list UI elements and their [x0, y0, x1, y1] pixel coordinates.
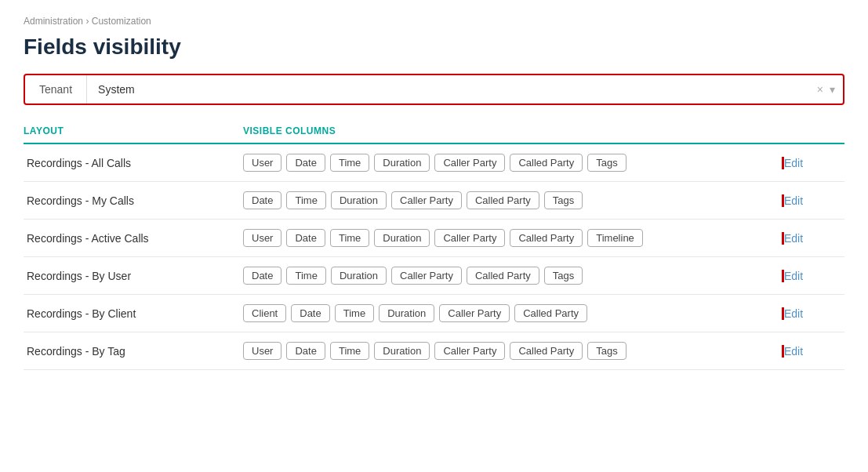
table-row: Recordings - My CallsDateTimeDurationCal…	[24, 182, 844, 220]
tenant-tab[interactable]: Tenant	[25, 75, 87, 103]
column-badge: Called Party	[510, 229, 583, 247]
table-row: Recordings - By UserDateTimeDurationCall…	[24, 257, 844, 295]
columns-area: UserDateTimeDurationCaller PartyCalled P…	[243, 229, 782, 247]
edit-col: Edit	[782, 307, 844, 320]
column-badge: Tags	[587, 154, 626, 172]
column-badge: Time	[330, 342, 369, 360]
column-badge: Duration	[379, 304, 434, 322]
breadcrumb-separator: ›	[85, 16, 91, 27]
edit-col: Edit	[782, 232, 844, 245]
column-badge: Caller Party	[434, 342, 505, 360]
column-badge: Duration	[374, 229, 430, 247]
header-actions	[782, 125, 844, 136]
column-badge: Caller Party	[391, 267, 462, 285]
column-badge: Time	[286, 267, 325, 285]
selector-container: Tenant × ▾	[24, 74, 844, 105]
table-row: Recordings - Active CallsUserDateTimeDur…	[24, 220, 844, 257]
columns-area: UserDateTimeDurationCaller PartyCalled P…	[243, 154, 782, 172]
column-badge: Time	[335, 304, 374, 322]
edit-col: Edit	[782, 194, 844, 207]
breadcrumb: Administration › Customization	[24, 16, 844, 27]
edit-button[interactable]: Edit	[783, 232, 809, 245]
column-badge: Duration	[331, 191, 387, 209]
column-badge: Time	[330, 154, 369, 172]
edit-col: Edit	[782, 270, 844, 282]
edit-col: Edit	[782, 345, 844, 358]
table-header: LAYOUT VISIBLE COLUMNS	[24, 119, 844, 144]
columns-area: DateTimeDurationCaller PartyCalled Party…	[243, 191, 782, 209]
row-label: Recordings - By User	[24, 270, 243, 282]
column-badge: Date	[243, 191, 281, 209]
column-badge: Time	[286, 191, 325, 209]
column-badge: Caller Party	[391, 191, 462, 209]
column-badge: Duration	[374, 154, 430, 172]
breadcrumb-admin: Administration	[24, 16, 83, 27]
column-badge: User	[243, 342, 281, 360]
column-badge: Tags	[544, 191, 583, 209]
column-badge: Client	[243, 304, 286, 322]
column-badge: Caller Party	[439, 304, 510, 322]
table-body: Recordings - All CallsUserDateTimeDurati…	[24, 144, 844, 370]
column-badge: User	[243, 229, 281, 247]
columns-area: UserDateTimeDurationCaller PartyCalled P…	[243, 342, 782, 360]
edit-col: Edit	[782, 157, 844, 169]
column-badge: Called Party	[467, 191, 539, 209]
edit-button[interactable]: Edit	[783, 307, 809, 320]
edit-button[interactable]: Edit	[783, 345, 809, 358]
row-label: Recordings - My Calls	[24, 194, 243, 207]
column-badge: Time	[330, 229, 369, 247]
system-input[interactable]	[87, 75, 809, 103]
column-badge: User	[243, 154, 281, 172]
dropdown-icon[interactable]: ▾	[830, 83, 835, 96]
column-badge: Caller Party	[434, 229, 505, 247]
column-badge: Caller Party	[434, 154, 505, 172]
columns-area: DateTimeDurationCaller PartyCalled Party…	[243, 267, 782, 285]
header-visible-columns: VISIBLE COLUMNS	[243, 125, 782, 136]
column-badge: Tags	[544, 267, 583, 285]
edit-button[interactable]: Edit	[783, 194, 809, 207]
column-badge: Called Party	[467, 267, 539, 285]
table-row: Recordings - By ClientClientDateTimeDura…	[24, 295, 844, 332]
table-row: Recordings - All CallsUserDateTimeDurati…	[24, 144, 844, 182]
table-row: Recordings - By TagUserDateTimeDurationC…	[24, 332, 844, 370]
header-layout: LAYOUT	[24, 125, 243, 136]
row-label: Recordings - Active Calls	[24, 232, 243, 245]
column-badge: Duration	[374, 342, 430, 360]
row-label: Recordings - By Client	[24, 307, 243, 320]
breadcrumb-customization: Customization	[92, 16, 151, 27]
selector-icons: × ▾	[809, 83, 843, 96]
column-badge: Tags	[587, 342, 626, 360]
column-badge: Date	[286, 154, 325, 172]
column-badge: Called Party	[510, 154, 583, 172]
row-label: Recordings - All Calls	[24, 157, 243, 169]
column-badge: Date	[291, 304, 329, 322]
row-label: Recordings - By Tag	[24, 345, 243, 358]
column-badge: Called Party	[514, 304, 587, 322]
column-badge: Timeline	[587, 229, 643, 247]
column-badge: Date	[286, 229, 325, 247]
column-badge: Date	[243, 267, 281, 285]
edit-button[interactable]: Edit	[783, 270, 809, 282]
column-badge: Date	[286, 342, 325, 360]
page-title: Fields visibility	[24, 34, 844, 60]
column-badge: Called Party	[510, 342, 583, 360]
column-badge: Duration	[331, 267, 387, 285]
edit-button[interactable]: Edit	[783, 157, 809, 169]
columns-area: ClientDateTimeDurationCaller PartyCalled…	[243, 304, 782, 322]
clear-icon[interactable]: ×	[817, 83, 823, 96]
